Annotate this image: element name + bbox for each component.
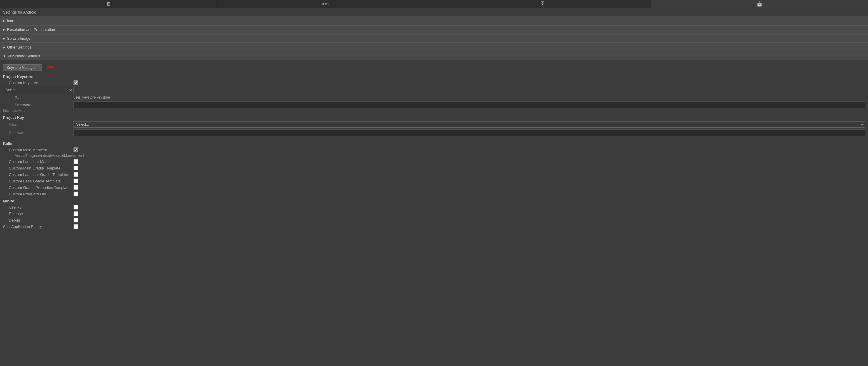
page-title: Settings for Android xyxy=(0,8,868,16)
custom-base-gradle-checkbox-container[interactable] xyxy=(73,179,78,183)
custom-keystore-checkbox-container[interactable] xyxy=(73,80,78,85)
keystore-password-hint: Enter password. xyxy=(0,109,868,114)
custom-gradle-props-checkbox-container[interactable] xyxy=(73,185,78,190)
custom-gradle-props-checkbox[interactable] xyxy=(73,185,78,190)
use-r8-checkbox[interactable] xyxy=(73,205,78,210)
use-r8-row: Use R8 xyxy=(0,204,868,210)
custom-main-gradle-row: Custom Main Gradle Template xyxy=(0,165,868,171)
path-value: user_keystore.keystore xyxy=(73,95,110,99)
custom-main-gradle-label: Custom Main Gradle Template xyxy=(3,166,73,170)
keystore-password-label: Password xyxy=(3,103,73,107)
custom-keystore-checkbox[interactable] xyxy=(73,80,78,85)
custom-proguard-checkbox[interactable] xyxy=(73,191,78,196)
custom-launcher-gradle-row: Custom Launcher Gradle Template xyxy=(0,171,868,178)
tab-bar: 🖥 iOS 🗄 🤖 xyxy=(0,0,868,8)
keystore-manager-button[interactable]: Keystore Manager... xyxy=(3,64,42,71)
keystore-password-input[interactable] xyxy=(73,101,865,108)
custom-launcher-gradle-checkbox[interactable] xyxy=(73,172,78,177)
custom-launcher-manifest-checkbox-container[interactable] xyxy=(73,159,78,164)
section-icon-label: Icon xyxy=(7,19,14,23)
minify-heading: Minify xyxy=(0,197,868,204)
custom-gradle-props-row: Custom Gradle Properties Template xyxy=(0,184,868,191)
custom-main-gradle-checkbox[interactable] xyxy=(73,165,78,170)
project-key-heading: Project Key xyxy=(0,114,868,120)
custom-launcher-manifest-label: Custom Launcher Manifest xyxy=(3,159,73,164)
custom-keystore-row: Custom Keystore xyxy=(0,80,868,86)
custom-launcher-gradle-label: Custom Launcher Gradle Template xyxy=(3,173,73,177)
section-publishing-label: Publishing Settings xyxy=(8,54,40,58)
keystore-password-row: Password xyxy=(0,101,868,109)
section-other-header[interactable]: ▶ Other Settings xyxy=(0,43,868,52)
key-password-input[interactable] xyxy=(73,129,865,136)
custom-main-gradle-checkbox-container[interactable] xyxy=(73,165,78,170)
tab-pc-mac[interactable]: 🖥 xyxy=(0,0,217,8)
tab-ios[interactable]: iOS xyxy=(217,0,434,8)
custom-proguard-checkbox-container[interactable] xyxy=(73,191,78,196)
alias-row: Alias Select... xyxy=(0,120,868,128)
keystore-select[interactable]: Select... xyxy=(3,87,73,93)
keystore-select-row: Select... xyxy=(0,86,868,94)
custom-base-gradle-checkbox[interactable] xyxy=(73,179,78,183)
debug-checkbox[interactable] xyxy=(73,218,78,222)
tab-android[interactable]: 🤖 xyxy=(651,0,868,8)
section-icon-header[interactable]: ▶ Icon xyxy=(0,17,868,25)
section-other-arrow: ▶ xyxy=(3,45,5,49)
custom-launcher-manifest-checkbox[interactable] xyxy=(73,159,78,164)
webgl-icon: 🗄 xyxy=(540,1,545,7)
custom-proguard-label: Custom Proguard File xyxy=(3,192,73,196)
publishing-settings-content: Keystore Manager... ⟸ Project Keystore C… xyxy=(0,60,868,232)
section-resolution-arrow: ▶ xyxy=(3,28,5,31)
release-checkbox-container[interactable] xyxy=(73,211,78,216)
split-application-binary-checkbox-container[interactable] xyxy=(73,224,78,229)
custom-main-manifest-row: Custom Main Manifest xyxy=(0,147,868,153)
split-application-binary-checkbox[interactable] xyxy=(73,224,78,229)
divider-1 xyxy=(0,137,868,140)
section-publishing-header[interactable]: ▼ Publishing Settings xyxy=(0,52,868,60)
custom-main-manifest-path: Assets\Plugins\Android\AndroidManifest.x… xyxy=(0,153,868,158)
custom-main-manifest-checkbox-container[interactable] xyxy=(73,147,78,152)
custom-launcher-gradle-checkbox-container[interactable] xyxy=(73,172,78,177)
custom-base-gradle-label: Custom Base Gradle Template xyxy=(3,179,73,183)
alias-select[interactable]: Select... xyxy=(73,121,865,128)
split-application-binary-row: Split Application Binary xyxy=(0,223,868,230)
key-password-row: Password xyxy=(0,128,868,137)
custom-main-manifest-label: Custom Main Manifest xyxy=(3,148,73,152)
release-label: Release xyxy=(3,212,73,216)
section-other-label: Other Settings xyxy=(7,45,31,50)
path-label: Path xyxy=(3,95,73,100)
section-splash-arrow: ▶ xyxy=(3,37,5,40)
ios-label: iOS xyxy=(322,2,329,6)
use-r8-label: Use R8 xyxy=(3,205,73,210)
split-application-binary-label: Split Application Binary xyxy=(3,224,73,229)
keystore-manager-row: Keystore Manager... ⟸ xyxy=(0,62,868,73)
monitor-icon: 🖥 xyxy=(106,1,111,7)
custom-base-gradle-row: Custom Base Gradle Template xyxy=(0,178,868,184)
section-splash-header[interactable]: ▶ Splash Image xyxy=(0,34,868,43)
section-resolution-label: Resolution and Presentation xyxy=(7,27,55,32)
section-publishing-arrow: ▼ xyxy=(3,55,6,58)
tab-webgl[interactable]: 🗄 xyxy=(434,0,651,8)
android-icon: 🤖 xyxy=(756,1,763,7)
alias-label: Alias xyxy=(3,122,73,127)
key-password-label: Password xyxy=(3,131,73,135)
build-heading: Build xyxy=(0,140,868,147)
section-icon-arrow: ▶ xyxy=(3,19,5,22)
debug-label: Debug xyxy=(3,218,73,222)
project-keystore-heading: Project Keystore xyxy=(0,73,868,80)
keystore-path-row: Path user_keystore.keystore xyxy=(0,94,868,101)
debug-checkbox-container[interactable] xyxy=(73,218,78,222)
custom-launcher-manifest-row: Custom Launcher Manifest xyxy=(0,158,868,165)
section-splash-label: Splash Image xyxy=(7,36,31,40)
release-checkbox[interactable] xyxy=(73,211,78,216)
arrow-annotation: ⟸ xyxy=(46,64,54,70)
custom-main-manifest-checkbox[interactable] xyxy=(73,147,78,152)
debug-row: Debug xyxy=(0,217,868,223)
section-resolution-header[interactable]: ▶ Resolution and Presentation xyxy=(0,25,868,34)
custom-proguard-row: Custom Proguard File xyxy=(0,191,868,197)
custom-keystore-label: Custom Keystore xyxy=(3,81,73,85)
custom-gradle-props-label: Custom Gradle Properties Template xyxy=(3,185,73,190)
use-r8-checkbox-container[interactable] xyxy=(73,205,78,210)
release-row: Release xyxy=(0,210,868,217)
